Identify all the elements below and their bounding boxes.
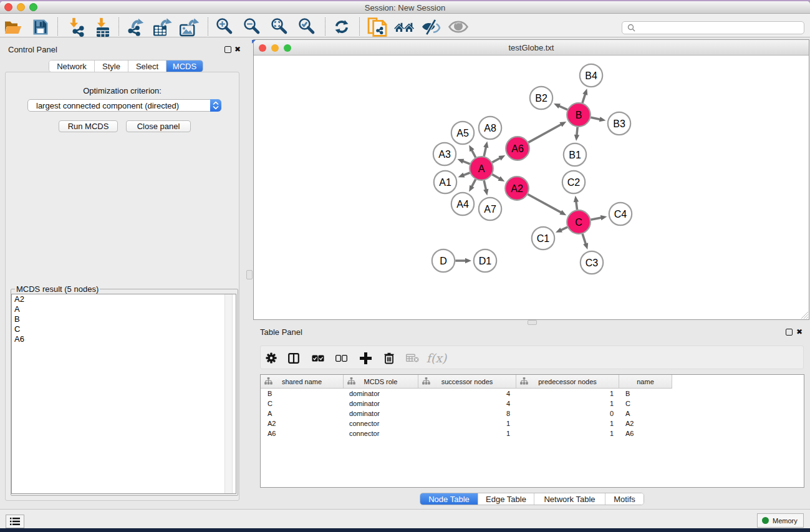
graph-node-label-B1: B1 (569, 150, 581, 160)
import-table-button[interactable] (92, 15, 113, 39)
table-cell: A (261, 409, 344, 418)
zoom-fit-button[interactable] (269, 15, 291, 39)
table-cell: 0 (516, 409, 619, 418)
table-options-button[interactable] (261, 347, 282, 369)
add-column-button[interactable] (355, 347, 376, 369)
graph-edge-A-A6[interactable] (492, 158, 501, 163)
control-panel-tabs: NetworkStyleSelectMCDS (49, 60, 203, 72)
table-panel-tabs: Node TableEdge TableNetwork TableMotifs (420, 493, 644, 505)
window-resize-grip[interactable] (801, 312, 808, 319)
graph-node-label-A2: A2 (511, 183, 523, 194)
graph-edge-A2-C[interactable] (528, 194, 562, 213)
control-tab-network[interactable]: Network (49, 60, 95, 72)
control-tab-select[interactable]: Select (128, 60, 166, 72)
run-mcds-button[interactable]: Run MCDS (59, 120, 118, 132)
column-header-shared-name[interactable]: shared name (261, 375, 344, 388)
refresh-button[interactable] (331, 15, 352, 39)
table-cell: A6 (619, 428, 672, 438)
result-group-title: MCDS result (5 nodes) (15, 284, 100, 294)
graph-edge-A-A4[interactable] (471, 180, 476, 188)
network-graph-canvas[interactable]: AA6A2BCA1A3A4A5A7A8B1B2B3B4C1C2C3C4DD1 (254, 56, 809, 321)
table-cell: 1 (516, 418, 619, 428)
result-item[interactable]: A2 (12, 294, 236, 304)
criterion-dropdown[interactable]: largest connected component (directed) (27, 99, 221, 112)
table-cell: 4 (418, 399, 516, 409)
graph-edge-arrowhead (582, 89, 587, 95)
table-tab-network-table[interactable]: Network Table (534, 493, 605, 505)
table-tab-motifs[interactable]: Motifs (605, 493, 644, 505)
zoom-in-button[interactable] (215, 15, 236, 39)
table-cell: B (261, 389, 344, 399)
graph-node-label-B4: B4 (585, 70, 597, 81)
column-layout-button[interactable] (283, 347, 304, 369)
result-item[interactable]: B (12, 314, 236, 324)
graph-edge-C-C3[interactable] (582, 234, 586, 245)
main-toolbar (0, 14, 810, 37)
table-cell: 1 (418, 428, 516, 438)
graph-edge-B-B2[interactable] (558, 105, 567, 110)
result-item[interactable]: A (12, 304, 236, 314)
graph-node-label-D: D (440, 256, 447, 266)
graph-edge-B-B4[interactable] (582, 94, 586, 104)
table-tab-node-table[interactable]: Node Table (420, 493, 478, 505)
window-titlebar[interactable]: Session: New Session (0, 1, 810, 14)
graph-edge-A-A5[interactable] (471, 150, 476, 158)
zoom-out-button[interactable] (242, 15, 263, 39)
column-header-MCDS-role[interactable]: MCDS role (344, 375, 418, 388)
graph-edge-A-A8[interactable] (484, 146, 486, 156)
control-tab-mcds[interactable]: MCDS (166, 60, 203, 72)
memory-label: Memory (773, 517, 798, 525)
search-input[interactable] (622, 21, 804, 34)
graph-edge-B-B3[interactable] (591, 117, 600, 120)
control-panel-float-button[interactable] (224, 46, 231, 53)
result-list-scrollbar[interactable] (224, 294, 233, 493)
graph-edge-C-C2[interactable] (576, 201, 577, 210)
import-network-button[interactable] (64, 15, 85, 39)
table-cell: C (619, 399, 672, 409)
horizontal-splitter-grip[interactable] (528, 320, 537, 325)
control-tab-style[interactable]: Style (95, 60, 128, 72)
network-window-titlebar[interactable]: testGlobe.txt (254, 40, 809, 56)
result-item[interactable]: C (12, 324, 236, 334)
open-session-button[interactable] (2, 15, 24, 39)
graph-edge-B-B1[interactable] (577, 127, 577, 136)
graph-edge-A-A3[interactable] (462, 161, 470, 164)
save-session-button[interactable] (30, 15, 51, 39)
column-header-predecessor-nodes[interactable]: predecessor nodes (516, 375, 619, 388)
column-type-icon (264, 377, 272, 385)
control-panel-close-button[interactable]: ✖ (234, 46, 241, 52)
select-all-check-button[interactable] (307, 347, 329, 369)
table-cell: A (619, 409, 672, 418)
mcds-result-list[interactable]: A2ABCA6 (11, 294, 236, 494)
column-header-successor-nodes[interactable]: successor nodes (418, 375, 516, 388)
graph-edge-C-C4[interactable] (591, 218, 602, 220)
close-panel-button[interactable]: Close panel (126, 120, 191, 132)
task-list-icon (10, 517, 20, 526)
table-cell: 4 (418, 389, 516, 399)
table-panel-title: Table Panel (260, 327, 302, 337)
result-item[interactable]: A6 (12, 334, 236, 344)
delete-table-disabled-button (402, 347, 423, 369)
memory-button[interactable]: Memory (757, 513, 804, 528)
table-tab-edge-table[interactable]: Edge Table (478, 493, 534, 505)
zoom-selected-button[interactable] (297, 15, 318, 39)
hide-details-button[interactable] (420, 15, 441, 39)
export-network-button[interactable] (125, 15, 147, 39)
graph-edge-A-A7[interactable] (484, 180, 486, 190)
export-image-button[interactable] (179, 15, 200, 39)
task-history-button[interactable] (6, 515, 24, 528)
clone-network-button[interactable] (366, 15, 387, 39)
export-table-button[interactable] (152, 15, 173, 39)
dropdown-stepper-icon (210, 99, 221, 112)
table-panel-close-button[interactable]: ✖ (796, 329, 803, 335)
graph-edge-A6-B[interactable] (528, 124, 562, 143)
table-panel-float-button[interactable] (786, 329, 793, 336)
deselect-all-button[interactable] (330, 347, 352, 369)
graph-edge-A-A2[interactable] (492, 175, 500, 179)
table-cell: A2 (261, 418, 344, 428)
show-details-button[interactable] (448, 15, 469, 39)
column-header-name[interactable]: name (619, 375, 672, 388)
vertical-splitter-grip[interactable] (246, 270, 253, 279)
delete-column-button[interactable] (378, 347, 400, 369)
network-overview-button[interactable] (393, 15, 415, 39)
